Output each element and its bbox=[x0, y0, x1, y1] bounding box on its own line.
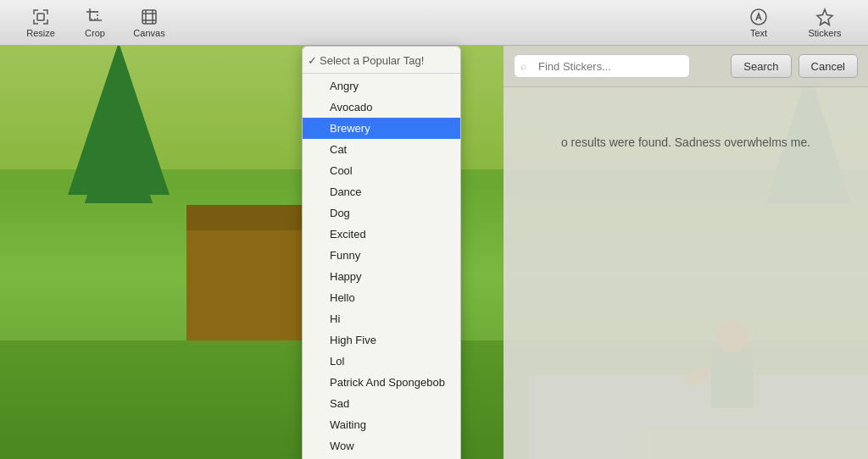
crop-button[interactable]: Crop bbox=[68, 3, 122, 42]
crop-icon bbox=[86, 8, 104, 26]
search-icon: ⌕ bbox=[520, 60, 526, 72]
dropdown-item-high-five[interactable]: High Five bbox=[303, 329, 460, 351]
svg-marker-4 bbox=[817, 9, 832, 25]
dropdown-item-dance[interactable]: Dance bbox=[303, 181, 460, 202]
dropdown-item-cool[interactable]: Cool bbox=[303, 160, 460, 181]
dropdown-item-hello[interactable]: Hello bbox=[303, 287, 460, 308]
dropdown-item-avocado[interactable]: Avocado bbox=[303, 97, 460, 118]
resize-icon bbox=[31, 8, 50, 26]
dropdown-item-wow[interactable]: Wow bbox=[303, 435, 460, 456]
stickers-icon bbox=[815, 8, 834, 26]
text-label: Text bbox=[750, 28, 767, 38]
dropdown-divider bbox=[303, 73, 460, 74]
dropdown-item-sad[interactable]: Sad bbox=[303, 393, 460, 414]
svg-rect-2 bbox=[142, 10, 156, 24]
no-results-area: o results were found. Sadness overwhelms… bbox=[504, 85, 868, 166]
toolbar: Resize Crop Canvas Text Stickers bbox=[0, 0, 868, 46]
no-results-text: o results were found. Sadness overwhelms… bbox=[520, 135, 851, 149]
dropdown-header[interactable]: Select a Popular Tag! bbox=[303, 50, 460, 71]
text-button[interactable]: Text bbox=[729, 3, 788, 42]
search-input[interactable] bbox=[514, 54, 690, 78]
canvas-label: Canvas bbox=[133, 28, 164, 38]
svg-rect-1 bbox=[90, 12, 97, 19]
dropdown-item-happy[interactable]: Happy bbox=[303, 266, 460, 287]
stickers-label: Stickers bbox=[808, 28, 841, 38]
search-button[interactable]: Search bbox=[731, 54, 791, 78]
dropdown-item-excited[interactable]: Excited bbox=[303, 224, 460, 245]
canvas-button[interactable]: Canvas bbox=[122, 3, 176, 42]
resize-button[interactable]: Resize bbox=[14, 3, 68, 42]
tree-left bbox=[68, 42, 170, 195]
dropdown-item-angry[interactable]: Angry bbox=[303, 75, 460, 97]
dropdown-item-waiting[interactable]: Waiting bbox=[303, 414, 460, 435]
dropdown-item-brewery[interactable]: Brewery bbox=[303, 118, 460, 139]
search-input-wrapper: ⌕ bbox=[514, 54, 724, 78]
svg-rect-0 bbox=[37, 14, 44, 20]
resize-label: Resize bbox=[26, 28, 55, 38]
stickers-button[interactable]: Stickers bbox=[795, 3, 854, 42]
dropdown-item-lol[interactable]: Lol bbox=[303, 351, 460, 372]
dropdown-item-patrick-spongebob[interactable]: Patrick And Spongebob bbox=[303, 372, 460, 393]
dropdown-item-funny[interactable]: Funny bbox=[303, 245, 460, 266]
search-bar: ⌕ Search Cancel bbox=[504, 46, 868, 87]
tag-dropdown: Select a Popular Tag! AngryAvocadoBrewer… bbox=[302, 46, 461, 459]
toolbar-right: Text Stickers bbox=[729, 3, 854, 42]
dropdown-item-dog[interactable]: Dog bbox=[303, 202, 460, 224]
dropdown-item-hi[interactable]: Hi bbox=[303, 308, 460, 329]
svg-point-3 bbox=[751, 9, 766, 25]
cancel-button[interactable]: Cancel bbox=[798, 54, 858, 78]
canvas-icon bbox=[140, 8, 159, 26]
text-icon bbox=[749, 8, 768, 26]
dropdown-item-cat[interactable]: Cat bbox=[303, 139, 460, 160]
crop-label: Crop bbox=[85, 28, 105, 38]
